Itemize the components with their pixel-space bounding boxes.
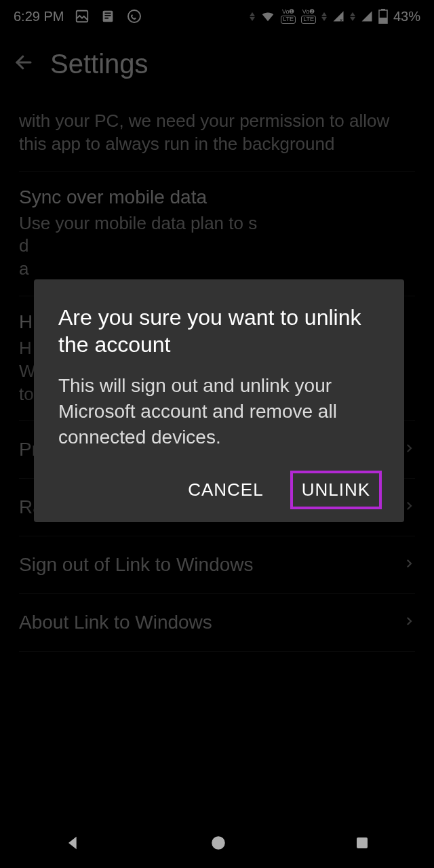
dialog-body: This will sign out and unlink your Micro… xyxy=(58,373,380,450)
nav-back-icon[interactable] xyxy=(64,833,83,855)
unlink-button[interactable]: UNLINK xyxy=(292,473,380,507)
cancel-button[interactable]: CANCEL xyxy=(178,473,273,507)
nav-home-icon[interactable] xyxy=(210,834,227,854)
dialog-actions: CANCEL UNLINK xyxy=(58,473,380,507)
svg-rect-11 xyxy=(357,837,368,848)
dialog-title: Are you sure you want to unlink the acco… xyxy=(58,304,380,358)
system-nav-bar xyxy=(0,821,434,868)
nav-recents-icon[interactable] xyxy=(354,835,370,854)
svg-point-10 xyxy=(212,836,225,850)
unlink-confirm-dialog: Are you sure you want to unlink the acco… xyxy=(34,279,404,522)
